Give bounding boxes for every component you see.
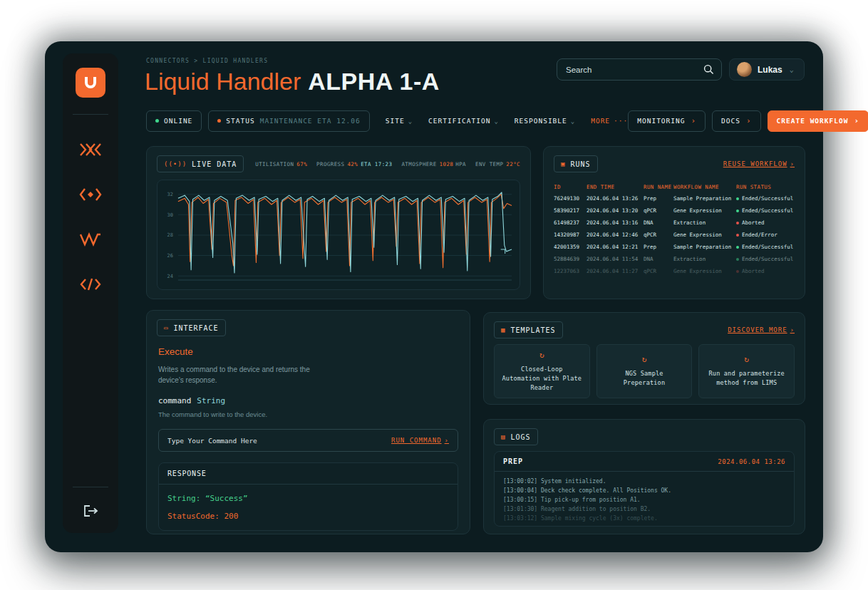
chevron-right-icon: ›	[854, 116, 859, 125]
sidebar-item-integrations[interactable]	[76, 184, 105, 205]
live-signal-icon: ((•))	[164, 160, 187, 167]
logout-button[interactable]	[76, 500, 105, 522]
run-status: Ended/Successful	[736, 256, 795, 262]
table-cell: Sample Preparation	[673, 195, 736, 202]
svg-text:26: 26	[167, 252, 173, 259]
run-command-link[interactable]: RUN COMMAND›	[391, 437, 449, 444]
more-menu[interactable]: MORE···	[591, 117, 628, 125]
run-status: Aborted	[736, 268, 795, 274]
log-run-name: PREP	[503, 457, 523, 465]
live-stats: UTILISATION67% PROGRESS42%ETA 17:23 ATMO…	[255, 161, 520, 167]
table-row[interactable]: 122370632024.06.04 11:27qPCRGene Express…	[554, 265, 795, 277]
live-data-panel: ((•)) LIVE DATA UTILISATION67% PROGRESS4…	[146, 146, 531, 299]
table-row[interactable]: 143209872024.06.04 12:46qPCRGene Express…	[554, 229, 795, 241]
status-label: STATUS	[226, 117, 254, 125]
chevron-right-icon: ›	[790, 160, 795, 167]
stat-progress: PROGRESS42%ETA 17:23	[316, 161, 392, 167]
run-status: Ended/Error	[736, 232, 795, 238]
response-title: RESPONSE	[159, 463, 458, 485]
table-cell: 42001359	[554, 244, 587, 250]
discover-more-link[interactable]: DISCOVER MORE›	[728, 326, 795, 333]
docs-button[interactable]: DOCS›	[712, 110, 761, 132]
runs-icon: ▣	[561, 160, 565, 167]
responsible-dropdown[interactable]: RESPONSIBLE⌄	[515, 117, 575, 125]
table-cell: Extraction	[673, 256, 736, 262]
log-timestamp: 2024.06.04 13:26	[718, 458, 785, 465]
search-input[interactable]	[557, 59, 703, 80]
create-workflow-button[interactable]: CREATE WORKFLOW›	[768, 110, 868, 132]
app-logo[interactable]	[76, 68, 105, 98]
template-card[interactable]: ↻ Run and parameterize method from LIMS	[698, 344, 795, 398]
site-dropdown[interactable]: SITE⌄	[386, 117, 413, 125]
table-row[interactable]: 420013592024.06.04 12:21PrepSample Prepa…	[554, 241, 795, 253]
online-label: ONLINE	[164, 117, 192, 125]
user-menu[interactable]: Lukas ⌄	[729, 58, 805, 81]
line-chart: 2426283032	[160, 182, 517, 287]
table-cell: Prep	[644, 195, 673, 202]
logs-panel: ▤ LOGS PREP 2024.06.04 13:26 [13:00:02] …	[483, 419, 805, 534]
page-title: Liquid HandlerALPHA 1-A	[145, 67, 440, 95]
response-box: RESPONSE String: “Success” StatusCode: 2…	[158, 462, 458, 531]
online-status-pill: ONLINE	[146, 110, 202, 132]
svg-text:28: 28	[167, 232, 173, 238]
chevron-right-icon: ›	[790, 326, 795, 333]
table-row[interactable]: 614982372024.06.04 13:16DNAExtractionAbo…	[554, 217, 795, 229]
table-cell: 52884639	[554, 256, 587, 262]
logout-icon	[82, 504, 99, 518]
table-cell: 2024.06.04 13:16	[587, 219, 644, 226]
table-row[interactable]: 762491302024.06.04 13:26PrepSample Prepa…	[554, 192, 795, 205]
runs-table-body: 762491302024.06.04 13:26PrepSample Prepa…	[554, 192, 795, 277]
search-icon[interactable]	[703, 64, 714, 75]
sidebar-item-connectors[interactable]	[76, 139, 105, 160]
table-cell: Gene Expression	[673, 268, 736, 274]
table-cell: Extraction	[673, 219, 736, 226]
ellipsis-icon: ···	[614, 117, 628, 125]
table-cell: 2024.06.04 11:54	[587, 256, 644, 262]
table-cell: qPCR	[644, 207, 673, 214]
breadcrumb[interactable]: CONNECTORS > LIQUID HANDLERS	[146, 58, 268, 64]
table-row[interactable]: 528846392024.06.04 11:54DNAExtractionEnd…	[554, 253, 795, 265]
table-cell: 2024.06.04 13:20	[587, 207, 644, 214]
table-cell: 14320987	[554, 232, 587, 238]
status-dot-icon	[736, 197, 739, 200]
param-row: commandString	[158, 396, 458, 405]
chevron-right-icon: ›	[691, 116, 696, 125]
logo-u-icon	[82, 74, 99, 91]
chevron-down-icon: ⌄	[790, 66, 794, 73]
sidebar-divider	[73, 487, 108, 487]
sidebar-item-monitoring[interactable]	[76, 229, 105, 250]
command-input[interactable]	[167, 437, 391, 445]
table-cell: 58390217	[554, 207, 587, 214]
runs-panel: ▣ RUNS REUSE WORKFLOW› ID END TIME RUN N…	[543, 146, 805, 299]
monitoring-button[interactable]: MONITORING›	[628, 110, 706, 132]
table-cell: 12237063	[554, 268, 587, 274]
interface-panel: ▭ INTERFACE Execute Writes a command to …	[146, 310, 470, 534]
table-cell: DNA	[644, 256, 673, 262]
log-line: [13:03:12] Sample mixing cycle (3x) comp…	[503, 514, 785, 523]
svg-text:30: 30	[167, 212, 173, 218]
sidebar-item-developer[interactable]	[76, 274, 105, 295]
runs-table: ID END TIME RUN NAME WORKFLOW NAME RUN S…	[554, 181, 795, 294]
log-line: [13:01:30] Reagent addition to position …	[503, 504, 785, 514]
run-status: Ended/Successful	[736, 244, 795, 250]
response-string: String: “Success”	[167, 494, 449, 503]
search-box	[557, 58, 722, 81]
run-status: Ended/Successful	[736, 195, 795, 202]
certification-dropdown[interactable]: CERTIFICATION⌄	[428, 117, 499, 125]
log-viewer: PREP 2024.06.04 13:26 [13:00:02] System …	[494, 451, 795, 527]
table-cell: qPCR	[644, 232, 673, 238]
template-icon: ↻	[539, 351, 544, 360]
table-cell: 61498237	[554, 219, 587, 226]
chevron-right-icon: ›	[445, 437, 449, 444]
param-name: command	[158, 396, 191, 405]
chevron-down-icon: ⌄	[408, 118, 413, 125]
template-card[interactable]: ↻ NGS Sample Preperation	[596, 344, 693, 398]
status-dot-icon	[736, 258, 739, 261]
user-name: Lukas	[758, 65, 782, 75]
device-type: Liquid Handler	[145, 68, 301, 95]
template-card[interactable]: ↻ Closed-Loop Automation with Plate Read…	[494, 344, 590, 398]
reuse-workflow-link[interactable]: REUSE WORKFLOW›	[723, 160, 795, 167]
brackets-diamond-icon	[79, 187, 102, 202]
table-row[interactable]: 583902172024.06.04 13:20qPCRGene Express…	[554, 205, 795, 217]
table-cell: 76249130	[554, 195, 587, 202]
